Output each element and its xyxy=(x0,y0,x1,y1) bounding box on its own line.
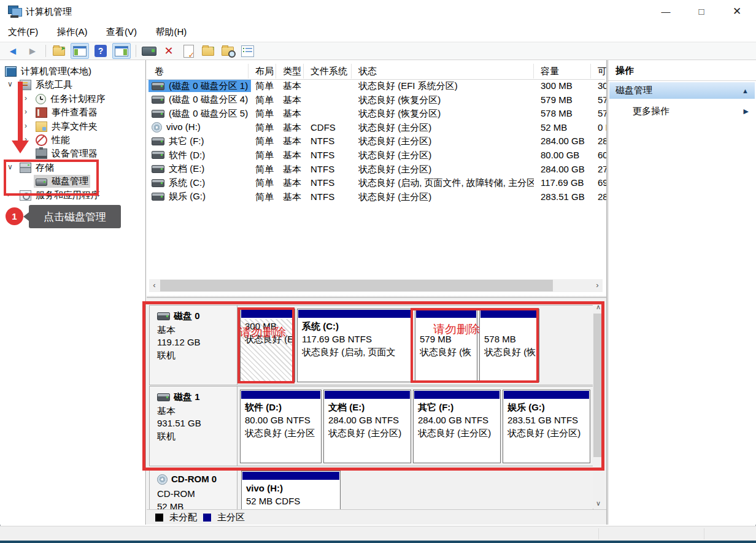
app-icon xyxy=(8,6,21,18)
more-actions-item[interactable]: 更多操作 ▶ xyxy=(609,103,755,119)
volume-status: 状态良好 (主分区) xyxy=(358,163,534,177)
column-volume[interactable]: 卷 xyxy=(148,64,249,79)
volume-status: 状态良好 (主分区) xyxy=(358,134,534,148)
volume-row[interactable]: 文档 (E:) 简单 基本 NTFS 状态良好 (主分区) 284.00 GB … xyxy=(147,163,605,177)
up-folder-icon[interactable]: ↑ xyxy=(200,44,216,58)
delete-icon[interactable]: ✕ xyxy=(161,44,177,58)
legend-primary-label: 主分区 xyxy=(217,512,245,523)
menu-action[interactable]: 操作(A) xyxy=(49,23,96,41)
expander-icon[interactable]: ∨ xyxy=(7,80,13,88)
volume-fs: NTFS xyxy=(310,134,334,148)
maximize-button[interactable]: □ xyxy=(687,0,716,23)
help-icon[interactable]: ? xyxy=(93,44,109,58)
volume-type: 基本 xyxy=(283,107,301,121)
menu-file[interactable]: 文件(F) xyxy=(0,23,46,41)
volume-row[interactable]: (磁盘 0 磁盘分区 1) 简单 基本 状态良好 (EFI 系统分区) 300 … xyxy=(147,79,605,93)
actions-group-disk-management[interactable]: 磁盘管理 ▲ xyxy=(609,82,755,99)
pane-splitter[interactable] xyxy=(147,296,606,298)
collapse-icon[interactable]: ▲ xyxy=(742,87,749,94)
volume-type: 基本 xyxy=(283,190,301,204)
volume-type: 基本 xyxy=(283,163,301,177)
scroll-right-icon[interactable]: › xyxy=(592,279,603,292)
cd-icon xyxy=(152,122,162,133)
menu-bar: 文件(F) 操作(A) 查看(V) 帮助(H) xyxy=(0,23,756,42)
volume-list-header: 卷 布局 类型 文件系统 状态 容量 可 xyxy=(147,64,605,80)
volume-type: 基本 xyxy=(283,134,301,148)
expander-icon[interactable]: › xyxy=(25,107,27,116)
primary-partition-color-swatch xyxy=(203,514,211,522)
volume-capacity: 579 MB xyxy=(541,93,573,107)
volume-free: 27 xyxy=(598,163,607,177)
column-type[interactable]: 类型 xyxy=(276,64,304,79)
tree-label: 共享文件夹 xyxy=(52,121,98,133)
find-folder-icon[interactable] xyxy=(220,44,236,58)
close-button[interactable]: ✕ xyxy=(723,0,751,23)
console-icon[interactable] xyxy=(141,44,157,58)
volume-row[interactable]: 系统 (C:) 简单 基本 NTFS 状态良好 (启动, 页面文件, 故障转储,… xyxy=(147,176,605,190)
volume-row[interactable]: 软件 (D:) 简单 基本 NTFS 状态良好 (主分区) 80.00 GB 6… xyxy=(147,148,605,163)
properties-icon[interactable] xyxy=(180,44,196,58)
unallocated-color-swatch xyxy=(155,514,163,522)
scroll-left-icon[interactable]: ‹ xyxy=(149,279,160,292)
volume-free: 57 xyxy=(598,93,607,107)
volume-name: vivo (H:) xyxy=(166,120,201,134)
annotation-rect-recovery-partitions xyxy=(411,308,539,383)
view-list-icon[interactable] xyxy=(239,44,255,58)
volume-fs: NTFS xyxy=(310,190,334,204)
shared-folder-icon xyxy=(36,121,47,132)
volume-capacity: 284.00 GB xyxy=(541,163,585,177)
disk-kind: CD-ROM xyxy=(157,488,195,499)
volume-row[interactable]: 其它 (F:) 简单 基本 NTFS 状态良好 (主分区) 284.00 GB … xyxy=(147,134,605,148)
volume-row[interactable]: (磁盘 0 磁盘分区 4) 简单 基本 状态良好 (恢复分区) 579 MB 5… xyxy=(147,93,605,107)
actions-header: 操作 xyxy=(615,65,634,77)
volume-capacity: 300 MB xyxy=(541,79,573,93)
back-icon[interactable]: ◄ xyxy=(5,44,21,58)
volume-type: 基本 xyxy=(283,121,301,135)
show-console-tree-icon[interactable] xyxy=(71,43,89,59)
tree-label: 性能 xyxy=(52,134,70,146)
volume-free: 28 xyxy=(598,190,607,204)
volume-row[interactable]: 娱乐 (G:) 简单 基本 NTFS 状态良好 (主分区) 283.51 GB … xyxy=(147,190,605,204)
column-layout[interactable]: 布局 xyxy=(249,64,276,79)
annotation-rect-storage xyxy=(4,160,99,196)
volume-status: 状态良好 (启动, 页面文件, 故障转储, 主分区) xyxy=(358,176,534,190)
title-bar: 计算机管理 — □ ✕ xyxy=(0,0,756,23)
volume-name: 文档 (E:) xyxy=(169,162,204,176)
volume-status: 状态良好 (恢复分区) xyxy=(358,93,534,107)
volume-name: 系统 (C:) xyxy=(169,176,205,190)
expander-icon[interactable]: › xyxy=(25,121,27,130)
menu-help[interactable]: 帮助(H) xyxy=(148,23,195,41)
volume-capacity: 578 MB xyxy=(541,107,573,121)
volume-list-pane: 卷 布局 类型 文件系统 状态 容量 可 (磁盘 0 磁盘分区 1) 简单 基本… xyxy=(147,60,607,299)
horizontal-scrollbar[interactable]: ‹ › xyxy=(149,279,603,292)
forward-icon[interactable]: ► xyxy=(25,44,40,58)
show-action-pane-icon[interactable] xyxy=(112,43,131,59)
export-icon[interactable]: ➤ xyxy=(51,44,67,58)
clock-icon xyxy=(36,94,46,104)
tree-item-computer-management[interactable]: 计算机管理(本地) xyxy=(0,65,145,79)
column-capacity[interactable]: 容量 xyxy=(534,64,591,79)
drive-icon xyxy=(152,193,164,201)
tree-label: 任务计划程序 xyxy=(50,93,106,105)
taskbar-edge xyxy=(0,541,756,543)
volume-capacity: 117.69 GB xyxy=(541,176,584,190)
minimize-button[interactable]: — xyxy=(652,0,680,23)
volume-layout: 简单 xyxy=(255,190,274,204)
drive-icon xyxy=(152,82,164,90)
volume-free: 28 xyxy=(598,134,607,148)
event-log-icon xyxy=(36,107,47,118)
drive-icon xyxy=(152,137,164,145)
divider xyxy=(608,80,756,81)
scrollbar-thumb[interactable] xyxy=(160,280,553,291)
volume-capacity: 80.00 GB xyxy=(541,148,579,163)
volume-row[interactable]: (磁盘 0 磁盘分区 5) 简单 基本 状态良好 (恢复分区) 578 MB 5… xyxy=(147,107,605,121)
column-status[interactable]: 状态 xyxy=(352,64,534,79)
expander-icon[interactable]: › xyxy=(25,94,27,102)
column-filesystem[interactable]: 文件系统 xyxy=(304,64,352,79)
menu-view[interactable]: 查看(V) xyxy=(98,23,145,41)
scroll-down-icon[interactable]: ∨ xyxy=(593,499,604,509)
column-free-space[interactable]: 可 xyxy=(591,64,606,79)
volume-name: 软件 (D:) xyxy=(169,148,205,163)
volume-capacity: 52 MB xyxy=(541,121,567,135)
volume-row[interactable]: vivo (H:) 简单 基本 CDFS 状态良好 (主分区) 52 MB 0 … xyxy=(147,121,605,135)
